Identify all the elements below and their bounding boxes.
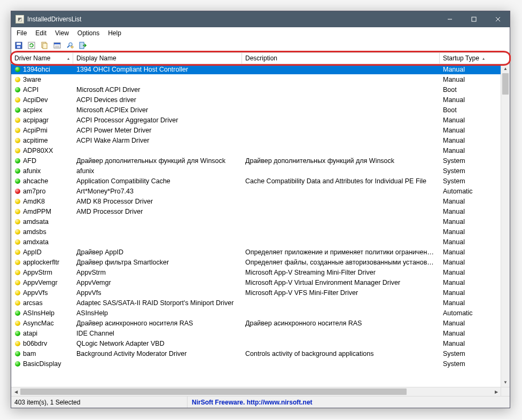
menu-view[interactable]: View bbox=[51, 28, 73, 38]
column-header-description[interactable]: Description bbox=[242, 53, 440, 64]
scroll-corner bbox=[501, 387, 510, 396]
toolbar-copy-button[interactable] bbox=[39, 40, 50, 51]
scroll-right-arrow-icon[interactable]: ▶ bbox=[492, 390, 501, 394]
table-row[interactable]: AppvVemgrAppvVemgrMicrosoft App-V Virtua… bbox=[11, 277, 501, 287]
scroll-track[interactable] bbox=[501, 73, 510, 378]
table-row[interactable]: AppvVfsAppvVfsMicrosoft App-V VFS Mini-F… bbox=[11, 287, 501, 298]
hscroll-thumb[interactable] bbox=[20, 388, 407, 395]
cell-driver-name: AppvStrm bbox=[11, 269, 73, 276]
table-row[interactable]: applockerfltrДрайвер фильтра Smartlocker… bbox=[11, 257, 501, 267]
table-row[interactable]: amdxataManual bbox=[11, 237, 501, 247]
menu-file[interactable]: File bbox=[12, 28, 31, 38]
column-header-label: Description bbox=[245, 55, 277, 62]
table-row[interactable]: AmdPPMAMD Processor DriverManual bbox=[11, 206, 501, 216]
cell-display-name: ACPI Wake Alarm Driver bbox=[73, 137, 242, 144]
table-row[interactable]: ahcacheApplication Compatibility CacheCa… bbox=[11, 176, 501, 186]
table-row[interactable]: amdsataManual bbox=[11, 216, 501, 227]
table-row[interactable]: b06bdrvQLogic Network Adapter VBDManual bbox=[11, 338, 501, 348]
driver-name-text: amdsata bbox=[23, 218, 49, 225]
driver-list[interactable]: 1394ohci1394 OHCI Compliant Host Control… bbox=[11, 64, 510, 387]
hscroll-track[interactable] bbox=[20, 387, 492, 396]
close-button[interactable] bbox=[486, 11, 510, 27]
scroll-thumb[interactable] bbox=[502, 73, 509, 95]
svg-rect-6 bbox=[17, 46, 20, 48]
table-row[interactable]: am7proArt*Money*Pro7.43Automatic bbox=[11, 186, 501, 196]
table-row[interactable]: ACPIMicrosoft ACPI DriverBoot bbox=[11, 84, 501, 95]
table-row[interactable]: BasicDisplaySystem bbox=[11, 359, 501, 369]
cell-startup-type: System bbox=[440, 350, 488, 357]
toolbar-find-button[interactable] bbox=[65, 40, 75, 51]
menu-edit[interactable]: Edit bbox=[31, 28, 51, 38]
column-headers: Driver Name ▴ Display Name Description S… bbox=[11, 52, 510, 64]
svg-point-16 bbox=[71, 46, 73, 48]
table-row[interactable]: atapiIDE ChannelManual bbox=[11, 328, 501, 338]
toolbar-save-button[interactable] bbox=[13, 40, 24, 51]
driver-name-text: 1394ohci bbox=[23, 66, 50, 73]
toolbar-properties-button[interactable] bbox=[52, 40, 63, 51]
menu-options[interactable]: Options bbox=[73, 28, 104, 38]
column-header-driver-name[interactable]: Driver Name ▴ bbox=[11, 53, 73, 64]
cell-startup-type: Manual bbox=[440, 259, 488, 266]
window-title: InstalledDriversList bbox=[27, 15, 81, 23]
column-header-label: Startup Type bbox=[443, 55, 479, 62]
column-header-startup-type[interactable]: Startup Type ▴ bbox=[440, 53, 488, 64]
title-bar[interactable]: ◩ InstalledDriversList bbox=[11, 11, 510, 27]
cell-startup-type: System bbox=[440, 157, 488, 165]
table-row[interactable]: AsyncMacДрайвер асинхронного носителя RA… bbox=[11, 318, 501, 328]
column-header-display-name[interactable]: Display Name bbox=[73, 53, 242, 64]
table-row[interactable]: 3wareManual bbox=[11, 74, 501, 84]
table-row[interactable]: bamBackground Activity Moderator DriverC… bbox=[11, 348, 501, 359]
driver-name-text: AcpiPmi bbox=[23, 127, 48, 134]
scroll-left-arrow-icon[interactable]: ◀ bbox=[11, 390, 20, 394]
cell-driver-name: ahcache bbox=[11, 177, 73, 185]
scroll-down-arrow-icon[interactable]: ▼ bbox=[501, 378, 510, 387]
table-row[interactable]: 1394ohci1394 OHCI Compliant Host Control… bbox=[11, 64, 501, 74]
table-row[interactable]: amdsbsManual bbox=[11, 227, 501, 237]
table-row[interactable]: acpipagrACPI Processor Aggregator Driver… bbox=[11, 115, 501, 125]
status-dot-icon bbox=[15, 331, 20, 336]
column-header-label: Driver Name bbox=[14, 55, 50, 62]
table-row[interactable]: AmdK8AMD K8 Processor DriverManual bbox=[11, 196, 501, 206]
status-dot-icon bbox=[15, 77, 20, 82]
status-link[interactable]: NirSoft Freeware. http://www.nirsoft.net bbox=[188, 399, 317, 406]
table-row[interactable]: afunixafunixSystem bbox=[11, 166, 501, 176]
maximize-button[interactable] bbox=[462, 11, 486, 27]
cell-description: Microsoft App-V Virtual Environment Mana… bbox=[242, 279, 440, 286]
driver-name-text: ASInsHelp bbox=[23, 309, 54, 317]
status-dot-icon bbox=[15, 239, 20, 245]
table-row[interactable]: AcpiDevACPI Devices driverManual bbox=[11, 95, 501, 105]
table-row[interactable]: AFDДрайвер дополнительных функций для Wi… bbox=[11, 155, 501, 166]
table-row[interactable]: AcpiPmiACPI Power Meter DriverManual bbox=[11, 125, 501, 135]
status-dot-icon bbox=[15, 209, 20, 214]
cell-driver-name: AcpiDev bbox=[11, 96, 73, 104]
cell-display-name: AppvVfs bbox=[73, 289, 242, 297]
cell-description: Microsoft App-V VFS Mini-Filter Driver bbox=[242, 289, 440, 297]
refresh-icon bbox=[27, 41, 36, 50]
table-row[interactable]: acpitimeACPI Wake Alarm DriverManual bbox=[11, 135, 501, 145]
minimize-button[interactable] bbox=[438, 11, 462, 27]
cell-description: Драйвер асинхронного носителя RAS bbox=[242, 320, 440, 327]
cell-driver-name: AFD bbox=[11, 157, 73, 165]
table-row[interactable]: AppvStrmAppvStrmMicrosoft App-V Streamin… bbox=[11, 267, 501, 277]
table-row[interactable]: ASInsHelpASInsHelpAutomatic bbox=[11, 308, 501, 318]
table-row[interactable]: AppIDДрайвер AppIDОпределяет приложение … bbox=[11, 247, 501, 257]
svg-line-15 bbox=[67, 46, 69, 48]
table-row[interactable]: acpiexMicrosoft ACPIEx DriverBoot bbox=[11, 105, 501, 115]
vertical-scrollbar[interactable]: ▲ ▼ bbox=[501, 64, 510, 387]
app-window: ◩ InstalledDriversList File Edit View Op… bbox=[11, 11, 510, 408]
cell-startup-type: Manual bbox=[440, 127, 488, 134]
cell-description: Определяет приложение и применяет полити… bbox=[242, 248, 440, 256]
cell-startup-type: Manual bbox=[440, 228, 488, 236]
table-row[interactable]: ADP80XXManual bbox=[11, 145, 501, 155]
table-row[interactable]: arcsasAdaptec SAS/SATA-II RAID Storport'… bbox=[11, 298, 501, 308]
horizontal-scrollbar[interactable]: ◀ ▶ bbox=[11, 387, 510, 396]
toolbar-exit-button[interactable] bbox=[77, 40, 88, 51]
menu-help[interactable]: Help bbox=[104, 28, 126, 38]
cell-startup-type: Manual bbox=[440, 218, 488, 225]
toolbar-refresh-button[interactable] bbox=[26, 40, 37, 51]
cell-startup-type: Manual bbox=[440, 340, 488, 347]
status-dot-icon bbox=[15, 250, 20, 255]
scroll-up-arrow-icon[interactable]: ▲ bbox=[501, 64, 510, 73]
cell-driver-name: amdxata bbox=[11, 238, 73, 246]
cell-startup-type: Manual bbox=[440, 137, 488, 144]
